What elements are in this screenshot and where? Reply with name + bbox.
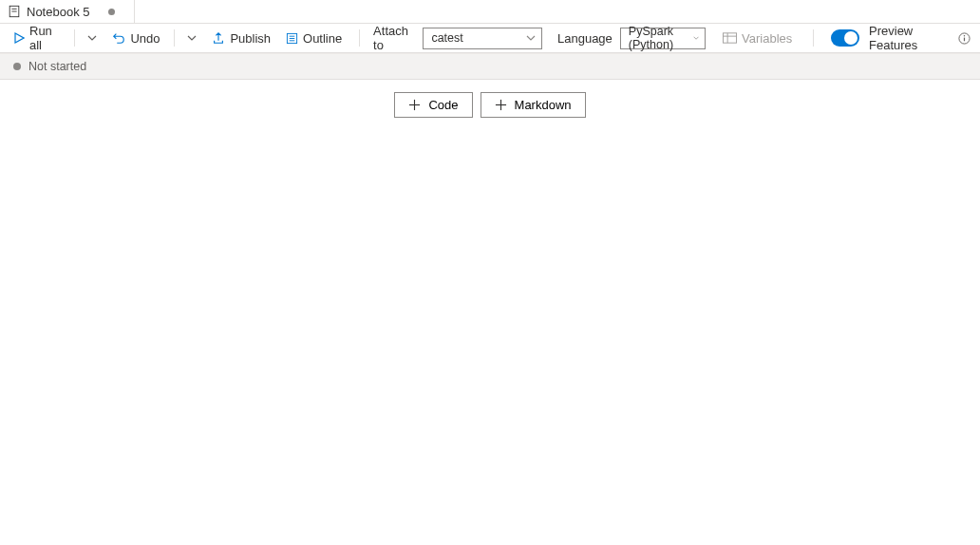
publish-label: Publish [230, 31, 271, 46]
add-code-label: Code [428, 98, 458, 112]
language-select[interactable]: PySpark (Python) [620, 28, 706, 49]
variables-icon [723, 32, 737, 44]
play-icon [13, 32, 25, 44]
run-all-button[interactable]: Run all [9, 27, 65, 49]
language-label: Language [557, 31, 612, 46]
undo-label: Undo [130, 31, 160, 46]
separator [359, 29, 360, 47]
outline-label: Outline [303, 31, 342, 46]
publish-button[interactable]: Publish [208, 27, 274, 49]
svg-rect-8 [724, 33, 737, 43]
attach-to-value: catest [431, 31, 462, 45]
status-bar: Not started [0, 53, 980, 80]
plus-icon [495, 99, 507, 111]
outline-icon [286, 32, 298, 45]
tab-title: Notebook 5 [27, 5, 90, 19]
separator [813, 29, 814, 47]
info-icon[interactable] [958, 32, 971, 45]
add-code-button[interactable]: Code [394, 92, 472, 118]
add-markdown-label: Markdown [515, 98, 572, 112]
language-value: PySpark (Python) [629, 25, 686, 51]
tab-bar: Notebook 5 [0, 0, 980, 24]
notebook-tab[interactable]: Notebook 5 [6, 0, 135, 23]
tab-dirty-indicator [96, 9, 128, 15]
run-all-label: Run all [29, 24, 61, 52]
undo-icon [112, 31, 125, 45]
preview-toggle[interactable] [831, 29, 859, 47]
variables-button: Variables [719, 27, 796, 49]
chevron-down-icon [693, 33, 699, 43]
outline-button[interactable]: Outline [282, 27, 346, 49]
variables-label: Variables [742, 31, 792, 46]
notebook-icon [8, 5, 21, 18]
separator [74, 29, 75, 47]
preview-features: Preview Features [831, 24, 971, 52]
run-all-dropdown[interactable] [84, 27, 101, 49]
attach-to-label: Attach to [373, 24, 415, 52]
status-text: Not started [28, 60, 86, 73]
plus-icon [408, 99, 421, 111]
status-dot-icon [13, 63, 21, 70]
add-markdown-button[interactable]: Markdown [481, 92, 586, 118]
cell-insert-area: Code Markdown [0, 80, 980, 118]
chevron-down-icon [526, 33, 536, 43]
undo-dropdown[interactable] [183, 27, 200, 49]
toolbar: Run all Undo Publish Outline Attach to c… [0, 24, 980, 53]
preview-label: Preview Features [869, 24, 949, 52]
chevron-down-icon [87, 33, 97, 43]
publish-icon [212, 31, 225, 45]
svg-marker-3 [15, 33, 24, 43]
svg-point-12 [964, 34, 965, 35]
chevron-down-icon [187, 33, 197, 43]
undo-button[interactable]: Undo [108, 27, 163, 49]
separator [174, 29, 175, 47]
attach-to-select[interactable]: catest [423, 28, 542, 49]
